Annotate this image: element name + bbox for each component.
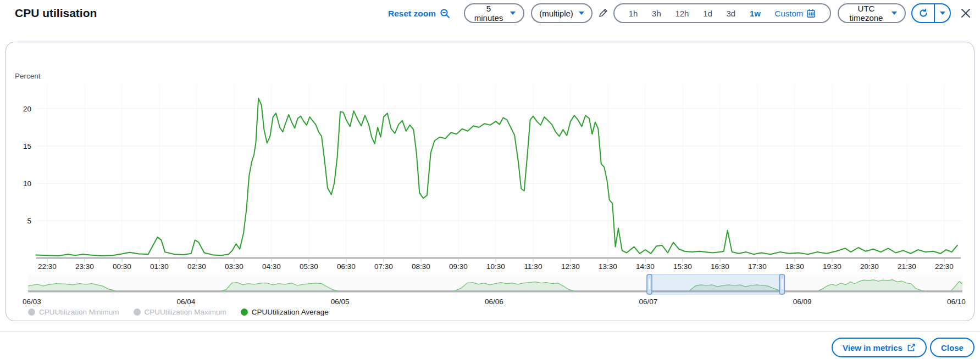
range-12h-button[interactable]: 12h [675,9,689,18]
legend-item[interactable]: CPUUtilization Minimum [28,308,119,316]
timeline-date-label: 06/10 [947,298,966,306]
legend-item-label: CPUUtilization Average [252,308,329,316]
chart-legend: CPUUtilization MinimumCPUUtilization Max… [28,308,329,316]
x-axis-tick-label: 21:30 [898,262,916,271]
x-axis-tick-label: 09:30 [449,262,468,271]
x-axis-tick-label: 17:30 [748,262,767,271]
dialog-close-button[interactable] [957,5,974,21]
timezone-dropdown[interactable]: UTC timezone [838,3,906,23]
legend-item[interactable]: CPUUtilization Maximum [134,308,226,316]
timeline-date-label: 06/03 [23,298,41,306]
cpu-utilization-chart: 5101520Percent22:3023:3000:3001:3002:300… [6,42,975,322]
x-axis-tick-label: 20:30 [860,262,879,271]
chevron-down-icon [579,12,584,15]
reset-zoom-label: Reset zoom [388,9,436,19]
refresh-button[interactable] [912,4,935,22]
timeline-date-label: 06/05 [331,298,350,306]
range-3h-button[interactable]: 3h [652,9,661,18]
reset-zoom-link[interactable]: Reset zoom [388,8,450,19]
x-axis-tick-label: 08:30 [412,262,430,271]
timeline-date-label: 06/09 [793,298,812,306]
legend-item-label: CPUUtilization Minimum [39,308,119,316]
y-axis-tick-label: 15 [23,142,31,150]
period-dropdown[interactable]: 5 minutes [464,3,524,23]
x-axis-tick-label: 04:30 [262,262,281,271]
legend-color-dot [134,308,141,316]
chevron-down-icon [892,12,897,15]
y-axis-tick-label: 5 [27,217,31,225]
time-range-segmented-control: 1h3h12h1d3d1w Custom [613,3,831,23]
range-1h-button[interactable]: 1h [629,9,638,18]
range-1d-button[interactable]: 1d [703,9,712,18]
close-button-label: Close [941,343,964,352]
range-custom-button[interactable]: Custom [775,9,816,18]
x-axis-tick-label: 13:30 [599,262,617,271]
calendar-icon [806,9,816,18]
refresh-split-button [911,3,951,23]
pencil-icon [597,7,609,19]
footer-divider [0,332,980,332]
custom-range-label: Custom [775,9,804,18]
x-axis-tick-label: 14:30 [636,262,655,271]
x-axis-tick-label: 03:30 [225,262,243,271]
metric-dropdown-value: (multiple) [539,9,573,18]
chart-card: 5101520Percent22:3023:3000:3001:3002:300… [5,42,975,321]
x-axis-tick-label: 05:30 [300,262,318,271]
x-axis-tick-label: 19:30 [823,262,841,271]
x-axis-tick-label: 10:30 [486,262,505,271]
close-icon [960,7,972,19]
x-axis-tick-label: 23:30 [75,262,94,271]
legend-item-label: CPUUtilization Maximum [145,308,226,316]
chart-plot-area[interactable] [36,81,961,258]
x-axis-tick-label: 22:30 [38,262,57,271]
timezone-dropdown-value: UTC timezone [846,4,886,23]
timeline-baseline [28,290,962,293]
legend-color-dot [28,308,35,316]
timeline-date-label: 06/06 [485,298,503,306]
range-3d-button[interactable]: 3d [727,9,736,18]
refresh-icon [918,8,928,18]
x-axis-tick-label: 06:30 [337,262,356,271]
timeline-date-label: 06/04 [176,298,195,306]
x-axis-tick-label: 01:30 [150,262,169,271]
x-axis-tick-label: 12:30 [561,262,580,271]
dialog-header: CPU utilisation Reset zoom 5 minutes (mu… [0,0,980,35]
chevron-down-icon [510,12,516,15]
x-axis-tick-label: 22:30 [935,262,954,271]
x-axis-tick-label: 07:30 [374,262,393,271]
x-axis-tick-label: 11:30 [524,262,542,271]
y-axis-unit-label: Percent [15,72,41,80]
view-in-metrics-button[interactable]: View in metrics [832,338,927,357]
edit-metric-button[interactable] [596,5,610,20]
y-axis-tick-label: 20 [23,105,31,113]
legend-color-dot [241,308,248,316]
view-in-metrics-label: View in metrics [843,343,903,352]
zoom-out-icon [440,8,450,19]
metric-dropdown[interactable]: (multiple) [531,3,593,23]
x-axis-tick-label: 18:30 [785,262,804,271]
selection-handle-grip [649,279,650,289]
selection-handle-grip [782,279,783,289]
timeline-selection[interactable] [650,274,782,294]
y-axis-tick-label: 10 [23,180,31,188]
close-button[interactable]: Close [930,338,975,357]
chevron-down-icon [940,12,945,15]
range-1w-button[interactable]: 1w [750,9,761,18]
x-axis-tick-label: 00:30 [113,262,131,271]
legend-item[interactable]: CPUUtilization Average [241,308,329,316]
x-axis-tick-label: 02:30 [187,262,206,271]
page-title: CPU utilisation [15,7,97,20]
x-axis-tick-label: 15:30 [673,262,692,271]
refresh-options-button[interactable] [935,4,950,22]
period-dropdown-value: 5 minutes [473,4,505,23]
timeline-date-label: 06/07 [639,298,657,306]
x-axis-tick-label: 16:30 [711,262,729,271]
external-link-icon [907,343,916,352]
